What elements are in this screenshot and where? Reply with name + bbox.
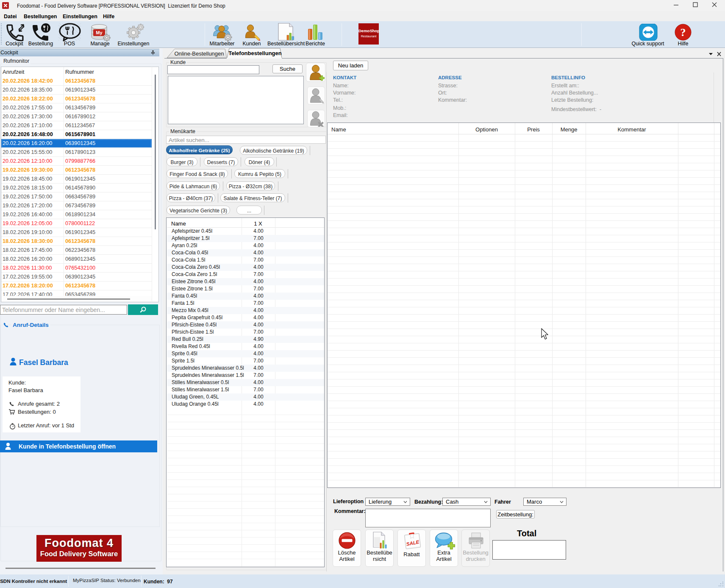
svg-text:?: ?: [681, 26, 686, 39]
svg-text:My: My: [96, 30, 103, 35]
